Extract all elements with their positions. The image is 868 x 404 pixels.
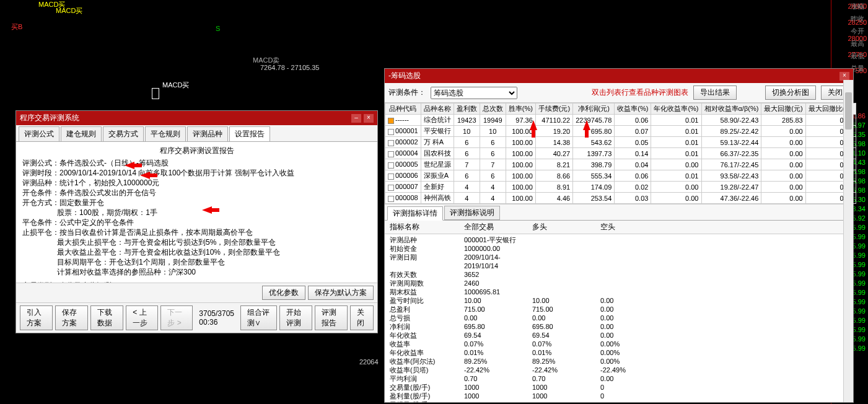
row-checkbox[interactable] [388, 118, 394, 124]
dh-short: 空头 [600, 222, 669, 232]
row-checkbox[interactable] [388, 185, 394, 191]
report-line: 交易类型：多头及空头评测 [22, 281, 112, 283]
stock-picker-window: -筹码选股 × 评测条件： 筹码选股 双击列表行查看品种评测图表 导出结果 切换… [384, 68, 854, 403]
col-fee[interactable]: 手续费(元) [535, 103, 572, 115]
table-row[interactable]: 000002万 科A66100.0014.38543.620.050.0159.… [385, 137, 856, 148]
table-row[interactable]: 000004国农科技66100.0040.271397.730.140.0166… [385, 148, 856, 159]
table-row[interactable]: 000005世纪星源77100.008.21398.790.040.0076.1… [385, 159, 856, 170]
tab-trade-mode[interactable]: 交易方式 [103, 126, 144, 141]
col-rel[interactable]: 相对收益率α/β(%) [701, 103, 761, 115]
save-as-default-button[interactable]: 保存为默认方案 [308, 286, 374, 300]
detail-row: 交易量(股/手)100010000 [390, 383, 848, 392]
close-icon[interactable]: × [840, 72, 849, 81]
detail-row: 净利润695.80695.800.00 [390, 322, 848, 331]
side-label: 昨收 [851, 12, 868, 25]
prev-step-button[interactable]: < 上一步 [126, 305, 158, 330]
results-table[interactable]: 品种代码 品种名称 盈利数 总次数 胜率(%) 手续费(元) 净利润(元) 收益… [385, 103, 856, 204]
window-title: 程序交易评测系统 [20, 113, 79, 123]
report-line: 评测时段：2009/10/14-2019/10/14 向前多取100个数据用于计… [22, 168, 294, 178]
progress-text: 3705/3705 00:36 [199, 309, 235, 327]
window-title: -筹码选股 [388, 71, 421, 81]
table-row[interactable]: ------综合统计194231994997.3647110.222239745… [385, 115, 856, 126]
side-label: 今开 [851, 25, 868, 37]
table-row[interactable]: 000008神州高铁44100.004.46253.540.030.0047.3… [385, 193, 856, 204]
tab-build-rule[interactable]: 建仓规则 [61, 126, 102, 141]
tabs-bar: 评测公式 建仓规则 交易方式 平仓规则 评测品种 设置报告 [16, 125, 377, 142]
window-titlebar[interactable]: 程序交易评测系统 – × [16, 111, 377, 125]
detail-row: 总亏损0.000.000.00 [390, 314, 848, 322]
price-range-label: 7264.78 - 27105.35 [260, 64, 319, 71]
annotation-arrow-icon [583, 120, 590, 130]
col-rate[interactable]: 胜率(%) [506, 103, 535, 115]
detail-row: 盈亏时间比10.0010.000.00 [390, 296, 848, 305]
vertical-scrollbar[interactable] [843, 80, 853, 402]
price-label-22064: 22064 [359, 358, 379, 366]
close-button[interactable]: 关闭 [350, 305, 374, 330]
row-checkbox[interactable] [388, 173, 394, 180]
detail-panel: 评测品种000001-平安银行初始资金1000000.00评测日期2009/10… [385, 234, 853, 402]
window-titlebar[interactable]: -筹码选股 × [385, 69, 853, 83]
subtab-detail[interactable]: 评测指标详情 [387, 206, 443, 221]
row-checkbox[interactable] [388, 129, 394, 135]
table-row[interactable]: 000007全新好44100.008.91174.090.020.0019.28… [385, 182, 856, 193]
evaluation-system-window: 程序交易评测系统 – × 评测公式 建仓规则 交易方式 平仓规则 评测品种 设置… [15, 110, 378, 333]
save-plan-button[interactable]: 保存方案 [55, 305, 88, 330]
subtab-desc[interactable]: 评测指标说明 [444, 206, 500, 220]
row-checkbox[interactable] [388, 151, 394, 157]
export-button[interactable]: 导出结果 [693, 86, 737, 100]
tab-symbols[interactable]: 评测品种 [187, 126, 228, 141]
combo-eval-button[interactable]: 组合评测∨ [240, 305, 278, 330]
tab-formula[interactable]: 评测公式 [19, 126, 59, 141]
report-line: 开仓方式：固定数量开仓 [22, 198, 104, 208]
col-code[interactable]: 品种代码 [385, 103, 421, 115]
col-win[interactable]: 盈利数 [454, 103, 480, 115]
detail-row: 评测周期数2460 [390, 279, 848, 288]
switch-chart-button[interactable]: 切换分析图 [765, 86, 816, 100]
detail-row: 平均利润0.700.700.00 [390, 374, 848, 383]
detail-row: 总盈利715.00715.000.00 [390, 305, 848, 314]
detail-row: 评测品种000001-平安银行 [390, 235, 848, 244]
col-name[interactable]: 品种名称 [421, 103, 454, 115]
col-ret[interactable]: 收益率(%) [615, 103, 651, 115]
annotation-arrow-icon [125, 162, 134, 169]
download-data-button[interactable]: 下载数据 [90, 305, 123, 330]
dh-name: 指标名称 [390, 222, 464, 232]
dh-long: 多头 [532, 222, 600, 232]
report-line: 计算相对收益率选择的参照品种：沪深300 [57, 267, 196, 277]
row-checkbox[interactable] [388, 140, 394, 146]
macd-buy-label-2: MACD买 [38, 0, 65, 9]
start-eval-button[interactable]: 开始评测 [279, 305, 312, 330]
tab-settings-report[interactable]: 设置报告 [229, 126, 270, 141]
dh-all: 全部交易 [464, 222, 532, 232]
import-plan-button[interactable]: 引入方案 [20, 305, 53, 330]
col-ddv[interactable]: 最大回撤(元) [761, 103, 805, 115]
close-icon[interactable]: × [364, 114, 374, 123]
report-line: 评测品种：统计1个，初始投入1000000元 [22, 178, 159, 188]
col-net[interactable]: 净利润(元) [573, 103, 615, 115]
annotation-arrow-icon [530, 120, 537, 130]
report-line: 开仓条件：条件选股公式发出的开仓信号 [22, 188, 156, 198]
tab-close-rule[interactable]: 平仓规则 [145, 126, 186, 141]
optimize-button[interactable]: 优化参数 [262, 286, 305, 300]
table-row[interactable]: 000001平安银行1010100.0019.20695.800.070.018… [385, 126, 856, 137]
minimize-icon[interactable]: – [351, 114, 361, 123]
col-total[interactable]: 总次数 [480, 103, 506, 115]
mouse-cursor-icon [152, 88, 159, 99]
side-label: 最低 [851, 50, 868, 62]
report-title: 程序交易评测设置报告 [22, 146, 371, 156]
annotation-arrow-icon [202, 206, 212, 214]
side-label: 最高 [851, 37, 868, 50]
annotation-arrow-icon [140, 172, 150, 179]
detail-row: 年化收益率0.01%0.01%0.00% [390, 348, 848, 357]
row-checkbox[interactable] [388, 162, 394, 169]
eval-report-button[interactable]: 评测报告 [315, 305, 348, 330]
scrollbar-thumb[interactable] [845, 92, 852, 130]
detail-row: 盈利量(股/手)100010000 [390, 392, 848, 400]
col-annret[interactable]: 年化收益率(%) [651, 103, 701, 115]
table-row[interactable]: 000006深振业A66100.008.66555.340.060.0193.5… [385, 170, 856, 182]
sell-label: S [216, 25, 220, 32]
row-checkbox[interactable] [388, 196, 394, 202]
condition-select[interactable]: 筹码选股 [431, 87, 517, 99]
detail-row: 亏损量(股/手)000 [390, 400, 848, 402]
condition-label: 评测条件： [388, 87, 426, 98]
